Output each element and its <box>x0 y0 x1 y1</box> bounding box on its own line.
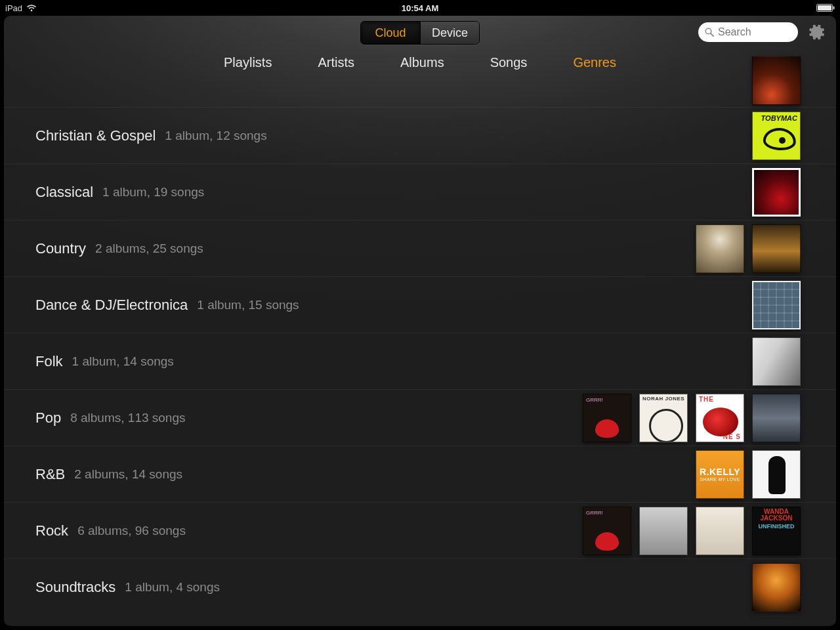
music-app: Cloud Device Playlists Artists Albums So… <box>4 16 836 626</box>
segment-device[interactable]: Device <box>420 22 479 44</box>
genre-name: Soundtracks <box>35 579 116 596</box>
genre-row[interactable]: Dance & DJ/Electronica 1 album, 15 songs <box>4 277 836 333</box>
genre-row[interactable]: Christian & Gospel 1 album, 12 songs TOB… <box>4 108 836 164</box>
genre-row-partial[interactable] <box>4 79 836 108</box>
genre-name: Dance & DJ/Electronica <box>35 297 188 314</box>
album-art <box>752 168 801 217</box>
svg-rect-2 <box>833 7 835 10</box>
genre-row[interactable]: Folk 1 album, 14 songs <box>4 333 836 390</box>
album-art <box>752 450 801 499</box>
album-art: THENE S <box>696 394 744 442</box>
album-art: GRRR! <box>583 507 631 555</box>
genre-name: R&B <box>35 466 65 483</box>
genre-list[interactable]: Christian & Gospel 1 album, 12 songs TOB… <box>4 79 836 616</box>
genre-meta: 1 album, 14 songs <box>72 354 174 369</box>
tab-playlists[interactable]: Playlists <box>224 55 272 70</box>
tab-albums[interactable]: Albums <box>400 55 444 70</box>
album-art <box>696 224 744 273</box>
wifi-icon <box>26 4 37 12</box>
album-art <box>752 281 801 329</box>
genre-name: Christian & Gospel <box>35 127 156 144</box>
settings-button[interactable] <box>807 22 827 42</box>
album-art-label: R.KELLYSHARE MY LOVE <box>696 451 744 498</box>
album-art: R.KELLYSHARE MY LOVE <box>696 450 744 499</box>
genre-name: Pop <box>35 410 61 427</box>
genre-row[interactable]: Soundtracks 1 album, 4 songs <box>4 559 836 616</box>
album-art <box>696 507 744 555</box>
genre-meta: 2 albums, 25 songs <box>95 242 203 256</box>
album-art: TOBYMAC <box>752 112 801 160</box>
gear-icon <box>808 24 826 41</box>
tab-artists[interactable]: Artists <box>318 55 354 70</box>
genre-name: Classical <box>35 184 93 201</box>
ios-status-bar: iPad 10:54 AM <box>0 0 840 16</box>
library-tabs: Playlists Artists Albums Songs Genres <box>4 46 836 79</box>
album-art-label: NE S <box>723 433 741 440</box>
genre-meta: 1 album, 19 songs <box>102 185 204 200</box>
album-art-label: THE <box>699 396 714 403</box>
genre-row[interactable]: R&B 2 albums, 14 songs R.KELLYSHARE MY L… <box>4 446 836 503</box>
album-art-label: WANDA JACKSON <box>753 509 800 522</box>
storage-segmented-control: Cloud Device <box>360 21 480 45</box>
tab-genres[interactable]: Genres <box>573 55 616 70</box>
genre-meta: 1 album, 15 songs <box>197 298 299 312</box>
genre-row[interactable]: Rock 6 albums, 96 songs GRRR! WANDA JACK… <box>4 503 836 559</box>
album-art <box>752 563 801 612</box>
genre-name: Rock <box>35 522 68 539</box>
device-frame: iPad 10:54 AM Cloud Device <box>0 0 840 630</box>
album-art-label: GRRR! <box>586 510 603 516</box>
album-art <box>752 337 801 386</box>
battery-icon <box>816 4 835 12</box>
search-input[interactable] <box>718 26 791 38</box>
genre-name: Folk <box>35 353 63 370</box>
album-art <box>752 56 801 105</box>
album-art <box>639 507 688 555</box>
album-art-label: UNFINISHED <box>753 523 800 530</box>
album-art: GRRR! <box>583 394 631 442</box>
genre-meta: 8 albums, 113 songs <box>70 411 185 425</box>
genre-meta: 1 album, 4 songs <box>125 580 220 595</box>
svg-rect-1 <box>818 5 831 10</box>
album-art <box>752 224 801 273</box>
status-carrier: iPad <box>5 3 22 13</box>
status-time: 10:54 AM <box>402 3 439 13</box>
genre-meta: 6 albums, 96 songs <box>77 524 186 538</box>
album-art <box>752 394 801 442</box>
genre-row[interactable]: Country 2 albums, 25 songs <box>4 220 836 277</box>
genre-name: Country <box>35 240 86 257</box>
genre-meta: 1 album, 12 songs <box>165 129 266 143</box>
genre-row[interactable]: Pop 8 albums, 113 songs GRRR! NORAH JONE… <box>4 390 836 446</box>
genre-meta: 2 albums, 14 songs <box>74 467 182 482</box>
album-art-label: TOBYMAC <box>761 114 797 122</box>
album-art-label: NORAH JONES <box>640 396 687 402</box>
search-field[interactable] <box>698 22 798 42</box>
svg-line-4 <box>711 33 713 36</box>
album-art: WANDA JACKSONUNFINISHED <box>752 507 801 555</box>
search-icon <box>705 28 714 37</box>
app-header: Cloud Device <box>4 16 836 46</box>
album-art-label: GRRR! <box>586 397 603 403</box>
segment-cloud[interactable]: Cloud <box>361 22 420 44</box>
tab-songs[interactable]: Songs <box>490 55 528 70</box>
album-art: NORAH JONES <box>639 394 688 442</box>
genre-row[interactable]: Classical 1 album, 19 songs <box>4 164 836 220</box>
